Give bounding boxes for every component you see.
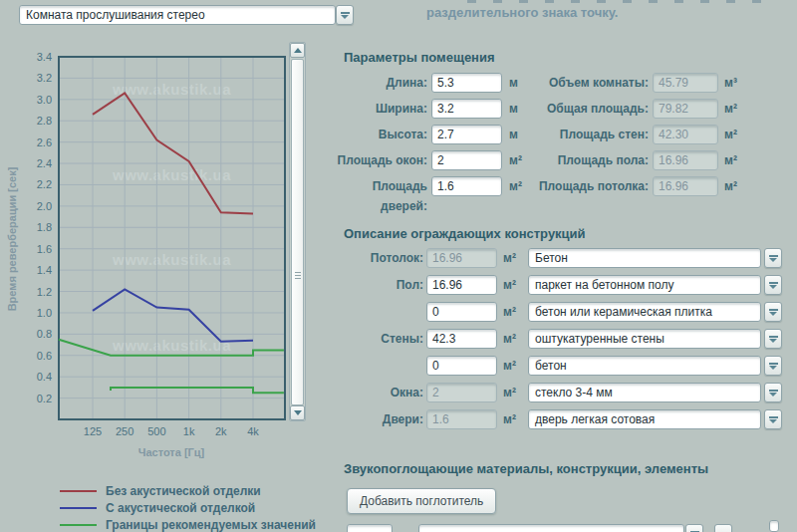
y-tick-label: 1.4 [20, 263, 52, 277]
walls-area-label: Площадь стен: [528, 125, 649, 144]
scrollbar-thumb[interactable] [291, 59, 304, 405]
ceiling-area-input [426, 248, 497, 268]
section-heading-absorbers: Звукопоглощающие материалы, конструкции,… [344, 461, 708, 476]
absorber-material-select[interactable] [418, 524, 684, 532]
app-window: Комната прослушивания стерео разделитель… [0, 0, 797, 532]
floor-material-dropdown-button[interactable] [764, 275, 782, 295]
walls2-material-select[interactable]: бетон [528, 356, 761, 376]
floor-material-select[interactable]: паркет на бетонном полу [528, 275, 761, 295]
floor2-area-input[interactable] [426, 302, 497, 322]
floor-label: Пол: [344, 275, 423, 295]
room-preset-select[interactable]: Комната прослушивания стерео [19, 5, 336, 25]
unit-label: м² [503, 383, 516, 402]
floor-area-field [653, 150, 718, 170]
chevron-down-icon [769, 282, 778, 289]
y-tick-label: 3.2 [20, 71, 52, 85]
y-axis-title: Время реверберации [сек] [6, 167, 18, 312]
instructions-text: разделительного знака точку. [426, 5, 618, 20]
add-absorber-button[interactable]: Добавить поглотитель [347, 488, 496, 514]
absorber-remove-button[interactable] [714, 524, 732, 532]
walls-material-value: оштукатуренные стены [535, 332, 664, 346]
windows-material-dropdown-button[interactable] [764, 383, 782, 402]
width-unit: м [509, 99, 518, 119]
floor2-material-dropdown-button[interactable] [764, 302, 782, 322]
floor-area-input[interactable] [426, 275, 497, 295]
length-label: Длина: [344, 73, 427, 93]
x-tick-label: 1k [173, 425, 205, 437]
chevron-down-icon [769, 416, 778, 423]
y-tick-label: 1.8 [20, 220, 52, 234]
unit-label: м² [503, 275, 516, 295]
section-heading-room-params: Параметры помещения [344, 50, 495, 65]
ceiling-area-label: Площадь потолка: [528, 176, 649, 196]
walls2-area-input[interactable] [426, 356, 497, 376]
floor-area-unit: м² [724, 150, 737, 170]
x-tick-label: 2k [205, 425, 237, 437]
reverberation-chart [58, 56, 286, 420]
length-input[interactable] [431, 73, 502, 93]
height-unit: м [509, 125, 518, 144]
walls-area-input[interactable] [426, 329, 497, 349]
walls2-material-dropdown-button[interactable] [764, 356, 782, 376]
absorber-quantity-input[interactable] [347, 524, 393, 532]
doors-material-value: дверь легкая сотовая [535, 412, 655, 426]
floor2-material-value: бетон или керамическая плитка [535, 305, 712, 319]
doors-area-input[interactable] [431, 176, 502, 196]
ceiling-material-dropdown-button[interactable] [764, 248, 782, 268]
x-axis-title: Частота [Гц] [112, 446, 231, 458]
floor2-material-select[interactable]: бетон или керамическая плитка [528, 302, 761, 322]
total-area-field [653, 99, 718, 119]
y-tick-label: 2.4 [20, 156, 52, 170]
windows-material-select[interactable]: стекло 3-4 мм [528, 383, 761, 402]
series-line [93, 93, 253, 213]
height-label: Высота: [344, 125, 427, 144]
x-tick-label: 125 [77, 425, 109, 437]
floor-area-label: Площадь пола: [528, 150, 649, 170]
legend-label: Границы рекомендуемых значений [106, 518, 316, 532]
walls-area-unit: м² [724, 125, 737, 144]
y-tick-label: 3.0 [20, 93, 52, 107]
y-tick-label: 2.6 [20, 135, 52, 149]
windows-area-input[interactable] [431, 150, 502, 170]
chevron-down-icon [769, 309, 778, 316]
x-tick-label: 4k [237, 425, 269, 437]
y-tick-label: 1.0 [20, 306, 52, 320]
unit-label: м² [503, 329, 516, 349]
legend-label: Без акустической отделки [106, 484, 261, 498]
windows-area-label: Площадь окон: [334, 150, 427, 170]
legend-line-recommended [60, 524, 97, 526]
scroll-up-button[interactable] [290, 43, 305, 58]
width-input[interactable] [431, 99, 502, 119]
y-tick-label: 2.0 [20, 199, 52, 213]
walls-area-field [653, 125, 718, 144]
scroll-down-button[interactable] [290, 405, 305, 420]
chevron-down-icon [769, 363, 778, 370]
ceiling-label: Потолок: [344, 248, 423, 268]
walls-material-dropdown-button[interactable] [764, 329, 782, 349]
y-tick-label: 2.2 [20, 177, 52, 191]
unit-label: м² [503, 248, 516, 268]
room-volume-field [653, 73, 718, 93]
room-preset-value: Комната прослушивания стерео [26, 8, 205, 22]
absorber-dropdown-button[interactable] [685, 524, 703, 532]
height-input[interactable] [431, 125, 502, 144]
walls2-material-value: бетон [535, 359, 567, 373]
chart-scrollbar[interactable] [289, 42, 306, 421]
unit-label: м² [503, 409, 516, 429]
doors-label: Двери: [344, 409, 423, 429]
doors-material-dropdown-button[interactable] [764, 409, 782, 429]
room-preset-dropdown-button[interactable] [336, 5, 354, 25]
legend-line-with-treatment [60, 507, 97, 509]
ceiling-material-value: Бетон [535, 251, 568, 265]
room-volume-label: Объем комнаты: [528, 73, 649, 93]
floor-material-value: паркет на бетонном полу [535, 278, 673, 292]
ceiling-material-select[interactable]: Бетон [528, 248, 761, 268]
legend-label: С акустической отделкой [106, 501, 255, 515]
doors-area-field [426, 409, 497, 429]
walls-label: Стены: [344, 329, 423, 349]
length-unit: м [509, 73, 518, 93]
doors-material-select[interactable]: дверь легкая сотовая [528, 409, 761, 429]
absorber-list-scrollbar[interactable] [769, 520, 779, 532]
section-heading-constructions: Описание ограждающих конструкций [344, 226, 586, 241]
walls-material-select[interactable]: оштукатуренные стены [528, 329, 761, 349]
